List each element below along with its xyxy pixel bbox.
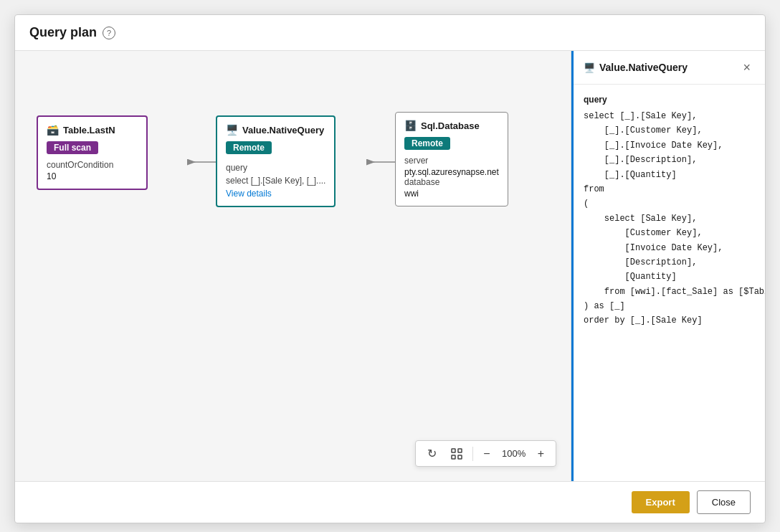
node-table-lastn-title: Table.LastN: [63, 125, 115, 136]
right-panel: 🖥️ Value.NativeQuery × query select [_].…: [571, 51, 765, 481]
node-sql-database: 🗄️ Sql.Database Remote server pty.sql.az…: [395, 112, 508, 206]
node-value-query-label: query: [226, 163, 325, 173]
node-sql-db-label: database: [404, 177, 499, 187]
panel-title-row: 🖥️ Value.NativeQuery: [584, 62, 688, 73]
svg-rect-5: [452, 455, 455, 459]
canvas-inner: 🗃️ Table.LastN Full scan countOrConditio…: [15, 51, 571, 481]
help-icon[interactable]: ?: [103, 27, 115, 39]
node-table-lastn-header: 🗃️ Table.LastN: [47, 124, 138, 136]
canvas-toolbar: ↻ − 100% +: [415, 440, 556, 467]
view-details-link[interactable]: View details: [226, 189, 325, 199]
dialog-body: 🗃️ Table.LastN Full scan countOrConditio…: [15, 51, 765, 481]
panel-content: query select [_].[Sale Key], [_].[Custom…: [574, 85, 765, 481]
node-table-lastn-field1: countOrCondition: [47, 160, 138, 170]
value-icon: 🖥️: [226, 124, 238, 136]
value-remote-badge: Remote: [226, 141, 272, 154]
svg-rect-4: [458, 449, 462, 452]
svg-rect-6: [458, 455, 462, 459]
node-sql-server-value: pty.sql.azuresynapse.net: [404, 167, 499, 177]
close-button[interactable]: Close: [697, 490, 751, 514]
panel-title: Value.NativeQuery: [599, 62, 688, 73]
fit-button[interactable]: [447, 445, 467, 462]
panel-node-icon: 🖥️: [584, 62, 595, 73]
panel-section-label: query: [584, 95, 755, 105]
node-sql-title: Sql.Database: [421, 120, 480, 131]
panel-close-button[interactable]: ×: [738, 60, 755, 75]
zoom-out-button[interactable]: −: [479, 445, 494, 463]
node-value-header: 🖥️ Value.NativeQuery: [226, 124, 325, 136]
export-button[interactable]: Export: [632, 491, 690, 513]
zoom-in-button[interactable]: +: [533, 445, 548, 463]
zoom-level: 100%: [500, 448, 528, 459]
node-value-title: Value.NativeQuery: [242, 125, 324, 136]
node-table-lastn-field2: 10: [47, 171, 138, 181]
node-value-query-preview: select [_].[Sale Key], [_]....: [226, 176, 325, 186]
undo-button[interactable]: ↻: [423, 444, 441, 463]
table-icon: 🗃️: [47, 124, 59, 136]
node-value-nativequery: 🖥️ Value.NativeQuery Remote query select…: [216, 115, 336, 207]
panel-header: 🖥️ Value.NativeQuery ×: [574, 51, 765, 85]
dialog-footer: Export Close: [15, 481, 765, 523]
toolbar-divider: [472, 447, 473, 461]
node-sql-header: 🗄️ Sql.Database: [404, 120, 499, 131]
canvas-area: 🗃️ Table.LastN Full scan countOrConditio…: [15, 51, 571, 481]
panel-code-block: select [_].[Sale Key], [_].[Customer Key…: [584, 109, 755, 328]
sql-db-icon: 🗄️: [404, 120, 417, 131]
svg-rect-3: [452, 449, 455, 452]
node-sql-server-label: server: [404, 156, 499, 166]
node-table-lastn: 🗃️ Table.LastN Full scan countOrConditio…: [37, 115, 148, 190]
dialog-header: Query plan ?: [15, 15, 765, 51]
full-scan-badge: Full scan: [47, 141, 98, 154]
node-sql-db-value: wwi: [404, 189, 499, 199]
query-plan-dialog: Query plan ?: [14, 14, 766, 523]
dialog-title: Query plan: [29, 25, 97, 40]
sql-remote-badge: Remote: [404, 137, 450, 150]
